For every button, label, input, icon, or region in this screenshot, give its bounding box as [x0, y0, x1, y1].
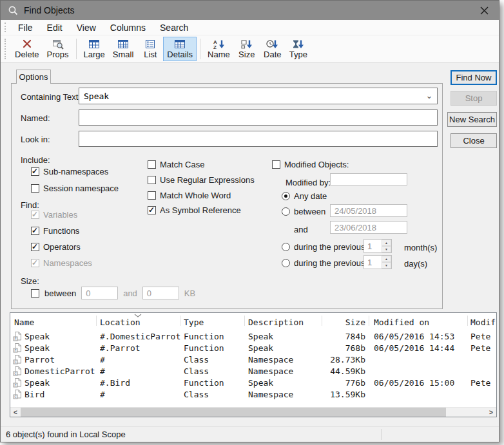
- column-header-type[interactable]: Type: [184, 317, 243, 327]
- operators-label: Operators: [43, 242, 81, 252]
- spinner-up-icon[interactable]: ▲: [382, 256, 391, 262]
- column-header-description[interactable]: Description: [248, 317, 320, 327]
- table-row[interactable]: C DomesticParrot # Class Namespace 44.59…: [10, 365, 496, 377]
- sub-namespaces-checkbox[interactable]: Sub-namespaces: [31, 167, 108, 176]
- previous-days-label: during the previous: [294, 258, 365, 268]
- sort-by-size-button[interactable]: Size: [234, 37, 260, 61]
- table-row[interactable]: F Speak #.DomesticParrot Function Speak …: [10, 330, 496, 342]
- variables-label: Variables: [43, 210, 77, 220]
- column-header-location[interactable]: Location: [100, 317, 181, 327]
- date-to-field[interactable]: 23/06/2018: [330, 221, 407, 234]
- modified-objects-checkbox[interactable]: Modified Objects:: [272, 160, 349, 169]
- svg-text:C: C: [14, 360, 16, 364]
- delete-icon: [21, 39, 34, 50]
- find-label: Find:: [21, 200, 39, 210]
- column-header-modified-on[interactable]: Modified on: [374, 317, 465, 327]
- function-object-icon: F: [13, 343, 23, 353]
- use-regex-label: Use Regular Expressions: [160, 175, 255, 185]
- size-to-field[interactable]: 0: [142, 287, 179, 299]
- checkbox-icon: [148, 191, 156, 200]
- functions-checkbox[interactable]: Functions: [31, 226, 79, 236]
- large-icons-button[interactable]: Large: [80, 37, 109, 61]
- days-value: 1: [364, 256, 382, 269]
- size-between-label: between: [44, 289, 76, 298]
- toolbar-gripper[interactable]: [5, 39, 6, 59]
- titlebar: Find Objects: [1, 1, 499, 20]
- table-row[interactable]: C Bird # Class Namespace 13.59Kb: [10, 388, 496, 400]
- sort-by-date-button[interactable]: Date: [260, 37, 286, 61]
- sort-name-icon: A Z: [212, 39, 226, 50]
- previous-days-radio[interactable]: during the previous: [282, 258, 365, 268]
- svg-text:F: F: [14, 383, 16, 387]
- spinner-down-icon[interactable]: ▼: [382, 262, 391, 269]
- modified-by-field[interactable]: [330, 173, 407, 185]
- between-dates-radio[interactable]: between: [282, 207, 325, 216]
- size-from-field[interactable]: 0: [81, 287, 118, 299]
- any-date-radio[interactable]: Any date: [282, 191, 327, 201]
- class-object-icon: C: [13, 389, 23, 399]
- sort-date-label: Date: [264, 50, 281, 59]
- months-spinner[interactable]: 1 ▲ ▼: [363, 239, 392, 253]
- match-whole-word-checkbox[interactable]: Match Whole Word: [148, 191, 231, 200]
- sort-size-icon: [240, 39, 253, 50]
- toolbar-separator: [76, 39, 77, 59]
- horizontal-scrollbar[interactable]: < >: [10, 407, 496, 417]
- previous-months-radio[interactable]: during the previous: [282, 242, 365, 252]
- stop-button[interactable]: Stop: [451, 91, 497, 106]
- menu-file[interactable]: File: [11, 23, 40, 33]
- tab-options[interactable]: Options: [16, 70, 51, 84]
- size-between-checkbox[interactable]: [31, 289, 39, 298]
- menu-columns[interactable]: Columns: [103, 23, 153, 33]
- namespaces-label: Namespaces: [43, 258, 92, 268]
- containing-text-input[interactable]: [79, 91, 422, 101]
- scrollbar-thumb[interactable]: [21, 408, 446, 417]
- named-input[interactable]: [79, 109, 438, 126]
- match-case-checkbox[interactable]: Match Case: [148, 160, 204, 169]
- small-icons-button[interactable]: Small: [109, 37, 138, 61]
- scroll-right-icon[interactable]: >: [486, 408, 496, 417]
- as-symbol-reference-checkbox[interactable]: As Symbol Reference: [148, 205, 241, 215]
- close-window-button[interactable]: [469, 1, 499, 20]
- date-from-field[interactable]: 24/05/2018: [330, 204, 407, 217]
- column-header-size[interactable]: Size: [318, 317, 365, 327]
- class-object-icon: C: [13, 366, 23, 376]
- days-spinner[interactable]: 1 ▲ ▼: [363, 255, 392, 269]
- spinner-up-icon[interactable]: ▲: [382, 240, 391, 246]
- menu-edit[interactable]: Edit: [40, 23, 70, 33]
- days-unit-label: day(s): [404, 259, 427, 269]
- table-row[interactable]: C Parrot # Class Namespace 28.73Kb: [10, 354, 496, 365]
- table-row[interactable]: F Speak #.Bird Function Speak 776b 06/05…: [10, 377, 496, 388]
- menubar-gripper[interactable]: [5, 23, 6, 32]
- menubar: File Edit View Columns Search: [1, 20, 499, 35]
- spinner-down-icon[interactable]: ▼: [382, 246, 391, 252]
- details-view-button[interactable]: Details: [163, 37, 197, 61]
- menu-search[interactable]: Search: [153, 23, 195, 33]
- checkbox-icon: [31, 184, 39, 193]
- sort-by-name-button[interactable]: A Z Name: [204, 37, 234, 61]
- session-namespace-checkbox[interactable]: Session namespace: [31, 184, 119, 193]
- use-regex-checkbox[interactable]: Use Regular Expressions: [148, 175, 255, 185]
- column-header-modified-by[interactable]: Modified by: [470, 317, 497, 327]
- close-button[interactable]: Close: [451, 133, 497, 148]
- column-header-name[interactable]: Name: [14, 317, 94, 327]
- menu-view[interactable]: View: [70, 23, 103, 33]
- properties-button[interactable]: Props: [43, 37, 73, 61]
- previous-months-label: during the previous: [294, 242, 365, 252]
- sort-date-icon: [266, 39, 279, 50]
- statusbar-divider: [381, 429, 382, 440]
- svg-text:Z: Z: [213, 44, 217, 50]
- sort-by-type-button[interactable]: Type: [286, 37, 311, 61]
- table-row[interactable]: F Speak #.Parrot Function Speak 768b 06/…: [10, 342, 496, 354]
- size-and-label: and: [123, 289, 137, 298]
- list-view-button[interactable]: List: [137, 37, 163, 61]
- chevron-down-icon[interactable]: ⌄: [422, 93, 437, 99]
- look-in-input[interactable]: [79, 131, 438, 147]
- function-object-icon: F: [13, 377, 23, 388]
- delete-button[interactable]: Delete: [11, 37, 43, 61]
- properties-icon: [52, 39, 64, 50]
- find-now-button[interactable]: Find Now: [451, 70, 497, 85]
- scroll-left-icon[interactable]: <: [10, 408, 21, 417]
- containing-text-combobox[interactable]: ⌄: [79, 88, 438, 104]
- new-search-button[interactable]: New Search: [447, 112, 497, 127]
- operators-checkbox[interactable]: Operators: [31, 242, 81, 252]
